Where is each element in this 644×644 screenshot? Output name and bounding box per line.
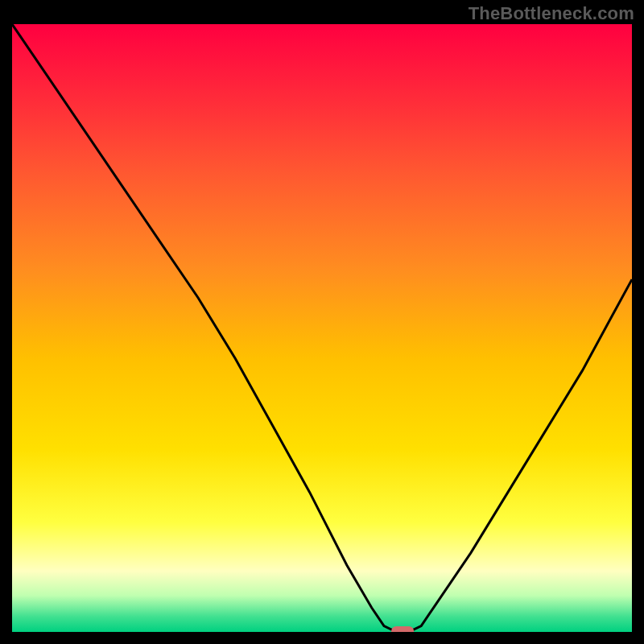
gradient-background <box>12 24 632 632</box>
optimal-marker <box>391 626 414 632</box>
chart-container: TheBottleneck.com <box>0 0 644 644</box>
bottleneck-chart <box>12 24 632 632</box>
watermark-label: TheBottleneck.com <box>469 3 634 24</box>
plot-area <box>12 24 632 632</box>
